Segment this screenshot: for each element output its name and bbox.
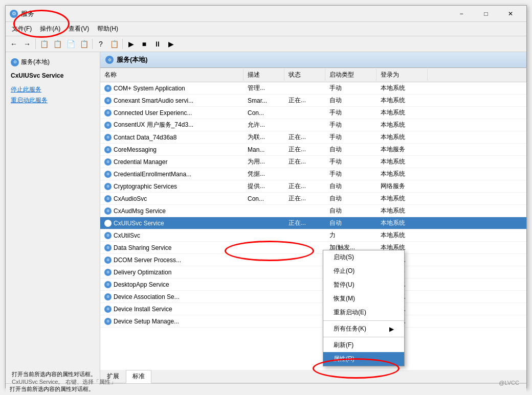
service-icon: ⚙ xyxy=(104,269,112,276)
table-row[interactable]: ⚙CoreMessagingMan...正在...自动本地服务 xyxy=(100,144,526,156)
context-menu-item[interactable]: 停止(O) xyxy=(323,264,404,278)
back-button[interactable]: ← xyxy=(8,38,20,50)
context-menu-item[interactable]: 属性(R) xyxy=(323,352,404,366)
service-startup: 自动 xyxy=(325,180,376,192)
table-row[interactable]: ⚙CredentialEnrollmentMana...凭据...手动本地系统 xyxy=(100,168,526,180)
toolbar: ← → 📋 📋 📄 📋 ? 📋 ▶ ■ ⏸ ▶ xyxy=(6,36,526,52)
table-row[interactable]: ⚙CxAudioSvcCon...正在...自动本地系统 xyxy=(100,193,526,205)
service-logon: 本地系统 xyxy=(376,229,428,241)
table-row[interactable]: ⚙DesktopApp Service力本地系统 xyxy=(100,278,526,291)
menu-view[interactable]: 查看(V) xyxy=(64,23,93,35)
stop-service-link[interactable]: 停止此服务 xyxy=(8,85,45,94)
minimize-button[interactable]: − xyxy=(450,7,473,21)
context-menu-item[interactable]: 暂停(U) xyxy=(323,278,404,292)
panel-header-icon: ⚙ xyxy=(105,56,114,64)
services-list[interactable]: ⚙COM+ System Application管理...手动本地系统⚙Cone… xyxy=(100,82,526,370)
service-status xyxy=(284,87,325,90)
table-row[interactable]: ⚙Device Association Se...加(触发...本地系统 xyxy=(100,291,526,303)
toolbar-btn-1[interactable]: 📋 xyxy=(38,38,50,50)
service-icon: ⚙ xyxy=(104,220,112,227)
table-row[interactable]: ⚙CxAudMsg Service自动本地系统 xyxy=(100,205,526,217)
menu-file[interactable]: 文件(F) xyxy=(8,23,36,35)
col-logon[interactable]: 登录为 xyxy=(376,69,428,81)
service-icon: ⚙ xyxy=(104,146,112,153)
toolbar-pause[interactable]: ⏸ xyxy=(151,38,164,50)
table-row[interactable]: ⚙COM+ System Application管理...手动本地系统 xyxy=(100,82,526,95)
service-logon: 本地系统 xyxy=(376,168,428,180)
col-desc[interactable]: 描述 xyxy=(243,69,284,81)
context-menu: 启动(S)停止(O)暂停(U)恢复(M)重新启动(E)所有任务(K)▶刷新(F)… xyxy=(323,250,405,366)
context-menu-item[interactable]: 恢复(M) xyxy=(323,292,404,306)
table-row[interactable]: ⚙Cryptographic Services提供...正在...自动网络服务 xyxy=(100,180,526,193)
col-status[interactable]: 状态 xyxy=(284,69,325,81)
maximize-button[interactable]: □ xyxy=(474,7,498,21)
table-row[interactable]: ⚙Contact Data_74d36a8为联...正在...手动本地系统 xyxy=(100,131,526,144)
toolbar-help[interactable]: ? xyxy=(95,38,107,50)
tab-standard[interactable]: 标准 xyxy=(126,370,151,383)
service-desc: Man... xyxy=(243,145,284,155)
forward-button[interactable]: → xyxy=(21,38,33,50)
service-name-cell: ⚙COM+ System Application xyxy=(100,83,243,94)
service-icon: ⚙ xyxy=(104,158,112,166)
restart-service-link[interactable]: 重启动此服务 xyxy=(8,96,51,105)
toolbar-play[interactable]: ▶ xyxy=(125,38,137,50)
service-logon: 本地系统 xyxy=(376,193,428,204)
context-menu-item[interactable]: 所有任务(K)▶ xyxy=(323,322,404,336)
service-logon: 本地系统 xyxy=(376,82,428,94)
service-desc: 提供... xyxy=(243,180,284,192)
service-desc: 允许... xyxy=(243,119,284,131)
table-row[interactable]: ⚙Data Sharing Service加(触发...本地系统 xyxy=(100,242,526,254)
service-name: CxAudioSvc xyxy=(114,195,147,202)
context-menu-item[interactable]: 刷新(F) xyxy=(323,338,404,352)
ctx-item-label: 恢复(M) xyxy=(334,294,355,303)
service-status: 正在... xyxy=(284,217,325,229)
table-row[interactable]: ⚙Device Install Service加(触发...本地系统 xyxy=(100,303,526,315)
toolbar-btn-4[interactable]: 📋 xyxy=(78,38,90,50)
close-button[interactable]: ✕ xyxy=(499,7,522,21)
window-title: 服务 xyxy=(21,9,450,18)
service-startup: 手动 xyxy=(325,119,376,131)
service-name-cell: ⚙Device Setup Manage... xyxy=(100,316,243,327)
table-row[interactable]: ⚙Connected User Experienc...Con...手动本地系统 xyxy=(100,107,526,119)
toolbar-btn-3[interactable]: 📄 xyxy=(64,38,77,50)
service-desc: 为联... xyxy=(243,131,284,143)
service-status xyxy=(284,259,325,262)
toolbar-btn-5[interactable]: 📋 xyxy=(108,38,120,50)
toolbar-btn-2[interactable]: 📋 xyxy=(51,38,63,50)
menu-help[interactable]: 帮助(H) xyxy=(93,23,122,35)
table-row[interactable]: ⚙Credential Manager为用...正在...手动本地系统 xyxy=(100,156,526,168)
main-content: ⚙ 服务(本地) CxUIUSvc Service 停止此服务 重启动此服务 ⚙… xyxy=(6,52,526,383)
service-desc xyxy=(243,210,284,213)
service-name-cell: ⚙DesktopApp Service xyxy=(100,280,243,290)
service-name-cell: ⚙Cryptographic Services xyxy=(100,181,243,192)
service-name-cell: ⚙ConsentUX 用户服务_74d3... xyxy=(100,119,243,131)
service-status: 正在... xyxy=(284,131,325,143)
service-desc xyxy=(243,234,284,237)
service-icon: ⚙ xyxy=(104,122,112,129)
toolbar-stop[interactable]: ■ xyxy=(138,38,150,50)
table-row[interactable]: ⚙CxUIUSvc Service正在...自动本地系统 xyxy=(100,217,526,229)
table-row[interactable]: ⚙ConsentUX 用户服务_74d3...允许...手动本地系统 xyxy=(100,119,526,131)
table-row[interactable]: ⚙CxUtilSvc力本地系统 xyxy=(100,229,526,242)
service-status: 正在... xyxy=(284,156,325,168)
table-row[interactable]: ⚙Conexant SmartAudio servi...Smar...正在..… xyxy=(100,95,526,107)
service-name: CoreMessaging xyxy=(114,146,157,153)
col-name[interactable]: 名称 xyxy=(100,69,243,81)
bottom-status: 打开当前所选内容的属性对话框。 CxUIUSvc Service。 右键、选择「… xyxy=(12,370,116,386)
table-row[interactable]: ⚙DCOM Server Process...力本地系统 xyxy=(100,254,526,266)
service-logon: 本地系统 xyxy=(376,217,428,229)
table-row[interactable]: ⚙Delivery Optimization加(触发...网络服务 xyxy=(100,266,526,278)
toolbar-restart[interactable]: ▶ xyxy=(165,38,177,50)
service-startup: 自动 xyxy=(325,144,376,155)
service-startup: 自动 xyxy=(325,205,376,217)
col-startup[interactable]: 启动类型 xyxy=(325,69,376,81)
menu-action[interactable]: 操作(A) xyxy=(36,23,64,35)
ctx-item-label: 属性(R) xyxy=(334,355,354,363)
sidebar-local-services[interactable]: ⚙ 服务(本地) xyxy=(8,56,98,68)
service-status xyxy=(284,271,325,274)
ctx-item-label: 重新启动(E) xyxy=(334,308,366,317)
service-desc xyxy=(243,320,284,323)
context-menu-item[interactable]: 启动(S) xyxy=(323,250,404,264)
table-row[interactable]: ⚙Device Setup Manage...加(触发...本地系统 xyxy=(100,315,526,328)
context-menu-item[interactable]: 重新启动(E) xyxy=(323,306,404,319)
